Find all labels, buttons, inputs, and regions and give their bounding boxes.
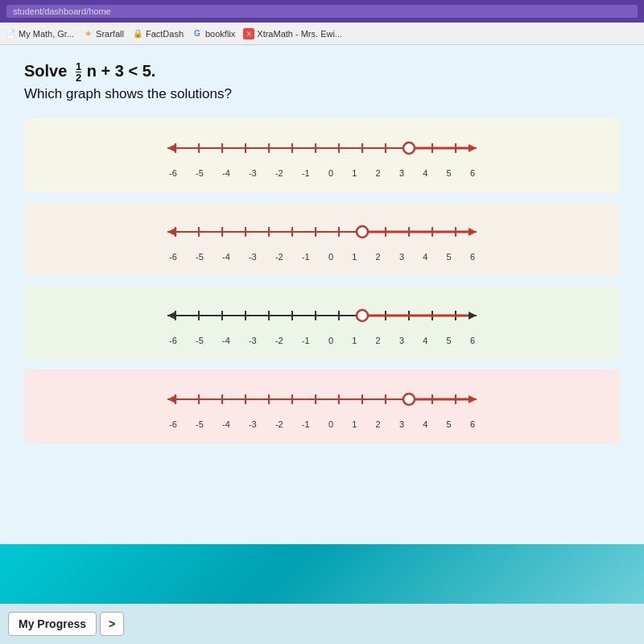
fraction-denominator: 2: [76, 72, 81, 83]
my-progress-button[interactable]: My Progress: [8, 612, 97, 636]
bookmark-my-math[interactable]: 📄 My Math, Gr...: [5, 28, 74, 39]
bookmark-xtramath[interactable]: X XtraMath - Mrs. Ewi...: [243, 28, 342, 39]
svg-marker-1: [167, 144, 175, 152]
bookmark-label: bookflix: [205, 29, 235, 39]
number-line-b: -6 -5 -4 -3 -2 -1 0 1 2 3 4 5 6: [153, 217, 491, 262]
lock-icon: 🔒: [132, 28, 143, 39]
equation: n + 3 < 5.: [87, 62, 156, 80]
option-b[interactable]: -6 -5 -4 -3 -2 -1 0 1 2 3 4 5 6: [24, 202, 620, 276]
svg-point-71: [403, 394, 415, 405]
bottom-bar: My Progress >: [0, 604, 644, 644]
number-line-labels-d: -6 -5 -4 -3 -2 -1 0 1 2 3 4 5 6: [169, 419, 475, 429]
number-line-a: -6 -5 -4 -3 -2 -1 0 1 2 3 4 5 6: [153, 133, 491, 178]
svg-marker-20: [469, 228, 477, 236]
svg-marker-19: [167, 228, 175, 236]
number-line-svg-b: [153, 217, 491, 247]
svg-point-17: [403, 142, 415, 154]
number-line-svg-c: [153, 300, 491, 331]
main-content: Solve 1 2 n + 3 < 5. Which graph shows t…: [0, 45, 644, 544]
bookmark-label: XtraMath - Mrs. Ewi...: [257, 29, 342, 39]
fraction-numerator: 1: [76, 61, 81, 72]
bookmark-srarfall[interactable]: ★ Srarfall: [82, 28, 124, 39]
x-icon: X: [243, 28, 254, 39]
question-title: Solve 1 2 n + 3 < 5.: [24, 61, 620, 83]
fraction: 1 2: [75, 62, 87, 80]
bookmark-bar: 📄 My Math, Gr... ★ Srarfall 🔒 FactDash G…: [0, 23, 644, 45]
google-icon: G: [192, 28, 203, 39]
svg-marker-2: [469, 144, 477, 152]
number-line-d: -6 -5 -4 -3 -2 -1 0 1 2 3 4 5 6: [153, 384, 491, 429]
url-bar: student/dashboard/home: [6, 5, 638, 18]
svg-point-53: [357, 310, 368, 321]
number-line-c: -6 -5 -4 -3 -2 -1 0 1 2 3 4 5 6: [153, 300, 491, 345]
bookmark-label: My Math, Gr...: [19, 29, 74, 39]
bookmark-factdash[interactable]: 🔒 FactDash: [132, 28, 184, 39]
svg-marker-38: [469, 312, 477, 320]
svg-marker-55: [167, 395, 175, 403]
number-line-labels-b: -6 -5 -4 -3 -2 -1 0 1 2 3 4 5 6: [169, 252, 475, 262]
page-icon: 📄: [5, 28, 16, 39]
number-line-svg-a: [153, 133, 491, 163]
number-line-svg-d: [153, 384, 491, 415]
next-arrow-button[interactable]: >: [100, 612, 124, 636]
solve-label: Solve: [24, 62, 67, 80]
svg-marker-37: [167, 312, 175, 320]
question-subtitle: Which graph shows the solutions?: [24, 86, 620, 102]
bookmark-bookflix[interactable]: G bookflix: [192, 28, 235, 39]
option-c[interactable]: -6 -5 -4 -3 -2 -1 0 1 2 3 4 5 6: [24, 286, 620, 360]
bookmark-label: Srarfall: [96, 29, 124, 39]
bookmark-label: FactDash: [146, 29, 184, 39]
option-d[interactable]: -6 -5 -4 -3 -2 -1 0 1 2 3 4 5 6: [24, 369, 620, 444]
number-line-labels-c: -6 -5 -4 -3 -2 -1 0 1 2 3 4 5 6: [169, 336, 475, 345]
svg-marker-56: [469, 395, 477, 403]
option-a[interactable]: -6 -5 -4 -3 -2 -1 0 1 2 3 4 5 6: [24, 118, 620, 192]
star-icon: ★: [82, 28, 93, 39]
browser-bar: student/dashboard/home: [0, 0, 644, 23]
number-line-labels-a: -6 -5 -4 -3 -2 -1 0 1 2 3 4 5 6: [169, 168, 475, 178]
svg-point-35: [357, 226, 368, 237]
